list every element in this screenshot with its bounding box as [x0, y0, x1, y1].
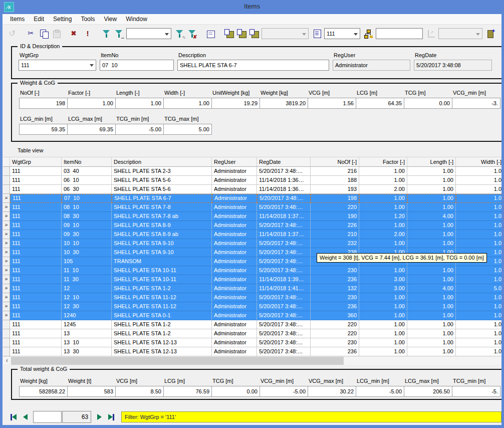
- wgtgrp-select[interactable]: 111: [19, 60, 96, 71]
- table-row[interactable]: 1111245SHELL PLATE STA 1-2Administrator5…: [3, 320, 501, 329]
- itemno-input[interactable]: 07 10: [100, 60, 174, 71]
- row-selector[interactable]: [3, 176, 10, 185]
- table-row[interactable]: »11109 10SHELL PLATE STA 8-9Administrato…: [3, 221, 501, 230]
- delete-icon[interactable]: [69, 28, 81, 40]
- table-row[interactable]: 11106 10SHELL PLATE STA 5-6Administrator…: [3, 176, 501, 185]
- row-selector[interactable]: »: [3, 257, 10, 266]
- row-selector[interactable]: [3, 338, 10, 347]
- table-row[interactable]: 11113 30SHELL PLATE STA 12-13Administrat…: [3, 347, 501, 356]
- column-header-description[interactable]: Description: [112, 157, 212, 167]
- field-value-tcg-min-m[interactable]: -5.00: [115, 124, 164, 135]
- wgtgrp-combobox[interactable]: 111: [324, 28, 360, 39]
- validate-icon[interactable]: [81, 28, 94, 40]
- field-value-lcg-min-m[interactable]: 59.35: [19, 124, 68, 135]
- row-selector[interactable]: »: [3, 275, 10, 284]
- field-value-vcg-min-m[interactable]: -3.: [452, 98, 500, 109]
- field-value-factor[interactable]: 1.00: [67, 98, 116, 109]
- menu-edit[interactable]: Edit: [29, 15, 49, 24]
- column-header-noof[interactable]: NoOf [-]: [311, 157, 359, 167]
- table-row[interactable]: »1111240SHELL PLATE STA 0-1Administrator…: [3, 311, 501, 320]
- save-as-icon: [249, 29, 259, 39]
- filter-sort-icon[interactable]: [173, 28, 185, 40]
- table-row[interactable]: »11108 30SHELL PLATE STA 7-8 abAdministr…: [3, 212, 501, 221]
- table-row[interactable]: »11108 10SHELL PLATE STA 7-8Administrato…: [3, 203, 501, 212]
- row-selector[interactable]: »: [3, 266, 10, 275]
- field-value-lcg-m[interactable]: 64.35: [356, 98, 404, 109]
- row-selector[interactable]: [3, 185, 10, 194]
- row-selector[interactable]: »: [3, 311, 10, 320]
- table-row[interactable]: 11106 30SHELL PLATE STA 5-6Administrator…: [3, 185, 501, 194]
- filter-custom-icon[interactable]: [112, 28, 125, 40]
- list-icon[interactable]: [310, 28, 323, 40]
- table-row[interactable]: »11107 10SHELL PLATE STA 6-7Administrato…: [3, 194, 501, 203]
- table-row[interactable]: »11109 30SHELL PLATE STA 8-9 abAdministr…: [3, 230, 501, 239]
- table-row[interactable]: »11112SHELL PLATE STA 1-2Administrator11…: [3, 284, 501, 293]
- save-load-icon[interactable]: [235, 28, 247, 40]
- table-row[interactable]: »11112 10SHELL PLATE STA 11-12Administra…: [3, 293, 501, 302]
- column-header-wgtgrp[interactable]: WgtGrp: [10, 157, 62, 167]
- previous-record-button[interactable]: [20, 411, 30, 422]
- row-selector[interactable]: [3, 167, 10, 176]
- description-input[interactable]: SHELL PLATE STA 6-7: [177, 60, 329, 71]
- save-icon[interactable]: [222, 28, 235, 40]
- table-row[interactable]: 11113 10SHELL PLATE STA 12-13Administrat…: [3, 338, 501, 347]
- field-value-unitweight-kg[interactable]: 19.29: [211, 98, 260, 109]
- table-row[interactable]: »11111 30SHELL PLATE STA 10-11Administra…: [3, 275, 501, 284]
- row-selector[interactable]: »: [3, 284, 10, 293]
- column-header-factor[interactable]: Factor [-]: [359, 157, 407, 167]
- field-value-tcg-max-m[interactable]: 5.00: [163, 124, 212, 135]
- row-selector[interactable]: [3, 320, 10, 329]
- table-row[interactable]: 11113SHELL PLATE STA 1-2Administrator5/2…: [3, 329, 501, 338]
- field-value-vcg-m[interactable]: 1.56: [308, 98, 356, 109]
- save-as-icon[interactable]: [247, 28, 260, 40]
- properties-icon[interactable]: [204, 28, 216, 40]
- row-selector[interactable]: [3, 329, 10, 338]
- scrollbar-thumb[interactable]: [11, 357, 344, 365]
- menu-items[interactable]: Items: [6, 15, 29, 24]
- field-value-length[interactable]: 1.00: [115, 98, 164, 109]
- row-selector[interactable]: »: [3, 293, 10, 302]
- row-selector[interactable]: »: [3, 212, 10, 221]
- row-selector[interactable]: »: [3, 302, 10, 311]
- menu-tools[interactable]: Tools: [76, 15, 99, 24]
- cut-icon[interactable]: [25, 28, 38, 40]
- table-row[interactable]: »11112 30SHELL PLATE STA 11-12Administra…: [3, 302, 501, 311]
- first-record-button[interactable]: [8, 411, 19, 422]
- exit-icon[interactable]: [484, 28, 496, 40]
- column-header-width[interactable]: Width [-]: [456, 157, 501, 167]
- column-header-itemno[interactable]: ItemNo: [62, 157, 112, 167]
- row-selector[interactable]: [3, 347, 10, 356]
- row-selector[interactable]: »: [3, 194, 10, 203]
- row-selector[interactable]: »: [3, 248, 10, 257]
- filter-combobox[interactable]: [126, 28, 171, 39]
- field-value-noof[interactable]: 198: [19, 98, 68, 109]
- next-record-button[interactable]: [94, 411, 105, 422]
- field-value-lcg-max-m[interactable]: 69.35: [67, 124, 116, 135]
- row-selector[interactable]: »: [3, 230, 10, 239]
- menu-setting[interactable]: Setting: [49, 15, 76, 24]
- hierarchy-icon[interactable]: [362, 28, 374, 40]
- last-record-button[interactable]: [106, 411, 117, 422]
- column-header-regdate[interactable]: RegDate: [257, 157, 311, 167]
- column-header-reguser[interactable]: RegUser: [212, 157, 257, 167]
- field-value-vcg-max-m: 30.22: [308, 386, 356, 397]
- filter-icon[interactable]: [100, 28, 112, 40]
- horizontal-scrollbar[interactable]: ‹: [3, 357, 501, 365]
- copy-icon[interactable]: [38, 28, 50, 40]
- menu-view[interactable]: View: [99, 15, 121, 24]
- filter-clear-icon[interactable]: [185, 28, 198, 40]
- quick-search-input[interactable]: [376, 28, 423, 39]
- table-row[interactable]: 11103 40SHELL PLATE STA 2-3Administrator…: [3, 167, 501, 176]
- table-row[interactable]: »11111 10SHELL PLATE STA 10-11Administra…: [3, 266, 501, 275]
- column-header-length[interactable]: Length [-]: [407, 157, 456, 167]
- scroll-left-icon[interactable]: ‹: [3, 357, 11, 365]
- record-number-input[interactable]: [33, 411, 62, 423]
- field-value-tcg-m[interactable]: 0.00: [404, 98, 452, 109]
- row-selector[interactable]: »: [3, 239, 10, 248]
- menu-window[interactable]: Window: [121, 15, 152, 24]
- field-value-weight-kg[interactable]: 3819.20: [260, 98, 308, 109]
- field-value-width[interactable]: 1.00: [163, 98, 212, 109]
- table-row[interactable]: »11110 10SHELL PLATE STA 9-10Administrat…: [3, 239, 501, 248]
- row-selector[interactable]: »: [3, 221, 10, 230]
- row-selector[interactable]: »: [3, 203, 10, 212]
